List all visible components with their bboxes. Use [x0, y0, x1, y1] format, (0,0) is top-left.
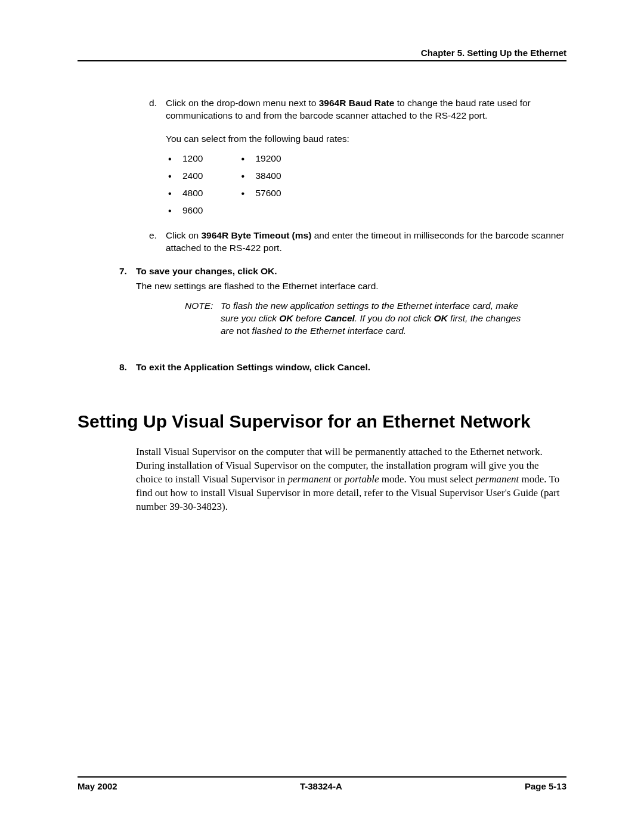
page-header: Chapter 5. Setting Up the Ethernet	[78, 48, 566, 61]
note-label: NOTE:	[185, 300, 221, 337]
marker-7: 7.	[119, 265, 136, 278]
footer-page: Page 5-13	[525, 781, 566, 791]
document-page: Chapter 5. Setting Up the Ethernet d. Cl…	[0, 0, 644, 833]
bold-text: 3964R Baud Rate	[319, 98, 395, 108]
page-content: d. Click on the drop-down menu next to 3…	[78, 97, 566, 514]
italic-text: portable	[345, 473, 379, 485]
step-7-text: The new settings are flashed to the Ethe…	[136, 280, 566, 293]
baud-rate: 57600	[239, 185, 281, 202]
baud-intro: You can select from the following baud r…	[166, 133, 566, 145]
footer-doc: T-38324-A	[300, 781, 342, 791]
text: flashed to the Ethernet interface card.	[249, 326, 406, 336]
baud-rate: 38400	[239, 168, 281, 185]
marker-e: e.	[149, 230, 166, 255]
text: . If you do not click	[355, 313, 434, 323]
step-7-heading: To save your changes, click OK.	[136, 266, 277, 276]
baud-rate-columns: 1200 2400 4800 9600 19200 38400 57600	[166, 150, 566, 219]
section-heading: Setting Up Visual Supervisor for an Ethe…	[78, 410, 566, 434]
baud-rate: 2400	[166, 168, 203, 185]
bold-text: Cancel	[324, 313, 355, 323]
bold-text: 3964R Byte Timeout (ms)	[201, 230, 311, 240]
text: or	[331, 473, 345, 485]
baud-rate: 4800	[166, 185, 203, 202]
list-item-7: 7. To save your changes, click OK.	[119, 265, 566, 278]
section-body: Install Visual Supervisor on the compute…	[136, 445, 566, 514]
baud-rate: 9600	[166, 202, 203, 219]
text: before	[293, 313, 324, 323]
baud-col-2: 19200 38400 57600	[239, 150, 281, 219]
bold-text: OK	[434, 313, 448, 323]
baud-rate: 1200	[166, 150, 203, 168]
marker-8: 8.	[119, 361, 136, 374]
baud-rate: 19200	[239, 150, 281, 168]
baud-col-1: 1200 2400 4800 9600	[166, 150, 203, 219]
body-e: Click on 3964R Byte Timeout (ms) and ent…	[166, 230, 566, 255]
body-7: To save your changes, click OK.	[136, 265, 566, 278]
text: Click on	[166, 230, 201, 240]
text: mode. You must select	[379, 473, 476, 485]
list-item-e: e. Click on 3964R Byte Timeout (ms) and …	[149, 230, 566, 255]
bold-text: OK	[279, 313, 293, 323]
body-d: Click on the drop-down menu next to 3964…	[166, 97, 566, 122]
text: Click on the drop-down menu next to	[166, 98, 319, 108]
step-8-heading: To exit the Application Settings window,…	[136, 362, 370, 372]
list-item-8: 8. To exit the Application Settings wind…	[119, 361, 566, 374]
footer-date: May 2002	[78, 781, 117, 791]
page-footer: May 2002 T-38324-A Page 5-13	[78, 776, 566, 791]
list-item-d: d. Click on the drop-down menu next to 3…	[149, 97, 566, 122]
body-8: To exit the Application Settings window,…	[136, 361, 566, 374]
marker-d: d.	[149, 97, 166, 122]
note-text: To flash the new application settings to…	[221, 300, 531, 337]
italic-text: permanent	[288, 473, 332, 485]
italic-text: permanent	[476, 473, 519, 485]
note-block: NOTE: To flash the new application setti…	[185, 300, 531, 337]
chapter-title: Chapter 5. Setting Up the Ethernet	[421, 48, 566, 58]
plain-text: not	[237, 326, 250, 336]
